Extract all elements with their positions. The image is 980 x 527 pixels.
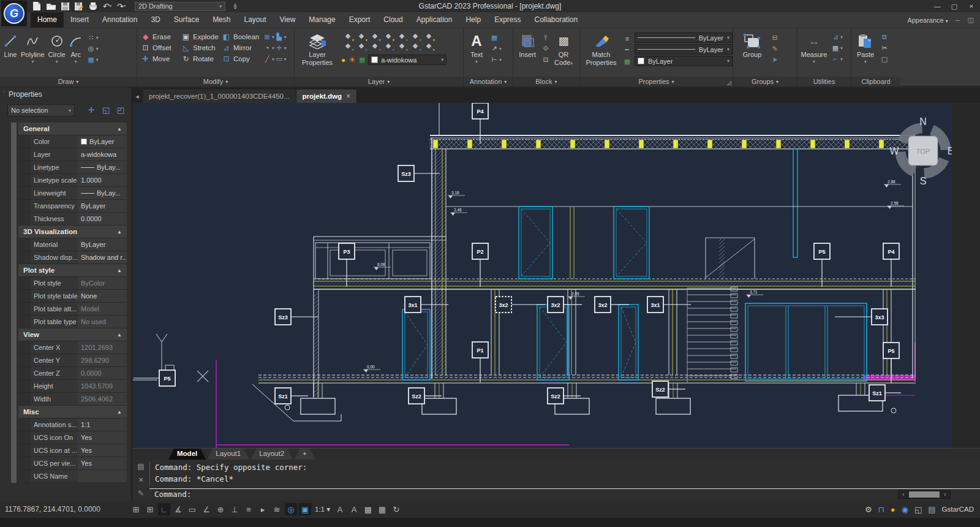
settings-gear-icon[interactable]: ⚙ bbox=[865, 505, 872, 514]
leader-icon[interactable]: ↗ bbox=[489, 44, 499, 53]
ortho-mode-icon[interactable]: ∟ bbox=[158, 503, 170, 515]
property-row[interactable]: Shadow disp...Shadow and r... bbox=[18, 251, 127, 264]
menu-tab-home[interactable]: Home bbox=[31, 12, 64, 28]
polyline-button[interactable]: Polyline▾ bbox=[21, 29, 45, 76]
isometric-drafting-icon[interactable]: ▭ bbox=[186, 503, 198, 515]
hatch-tools-icon[interactable]: ▦ bbox=[86, 55, 96, 64]
layer-previous-icon[interactable]: ◆● bbox=[368, 42, 382, 51]
property-value[interactable]: 0.0000 bbox=[78, 367, 127, 379]
layer-walk-icon[interactable]: ◆● bbox=[409, 42, 422, 51]
property-value[interactable]: ByColor bbox=[78, 277, 127, 289]
layer-on-bulb-icon[interactable]: ● bbox=[341, 56, 345, 64]
property-row[interactable]: TransparencyByLayer bbox=[18, 200, 127, 213]
property-value[interactable]: Model bbox=[78, 303, 127, 315]
document-tab[interactable]: projekt_recover(1)_1_000001403CDE4450... bbox=[143, 89, 296, 103]
block-define-icon[interactable]: ⊡ bbox=[541, 55, 551, 64]
property-row[interactable]: Plot style tableNone bbox=[18, 290, 127, 303]
property-value[interactable]: 1.0000 bbox=[78, 174, 127, 186]
panel-label-modify[interactable]: Modify▾ bbox=[137, 77, 294, 86]
layout-tab-layout2[interactable]: Layout2 bbox=[251, 449, 293, 460]
rectangle-tools-icon[interactable]: ▭ bbox=[274, 55, 284, 64]
section-header-misc[interactable]: Misc▲ bbox=[18, 406, 127, 419]
annotation-autoscale-icon[interactable]: A bbox=[334, 503, 346, 515]
panel-label-groups[interactable]: Groups▾ bbox=[733, 77, 797, 86]
property-row[interactable]: Thickness0.0000 bbox=[18, 213, 127, 226]
panel-label-properties[interactable]: Properties▾ bbox=[580, 77, 733, 86]
fillet-icon[interactable]: ◔ bbox=[262, 44, 272, 53]
block-edit-icon[interactable]: ⫯ bbox=[541, 33, 551, 42]
command-settings-icon[interactable]: ▤ bbox=[137, 462, 144, 471]
palette-scrollbar[interactable] bbox=[11, 123, 17, 483]
close-tab-icon[interactable]: × bbox=[346, 92, 350, 100]
align-icon[interactable]: ▙ bbox=[274, 32, 284, 42]
scroll-right-icon[interactable]: › bbox=[940, 491, 950, 498]
group-select-icon[interactable]: ➤ bbox=[770, 55, 780, 64]
viewcube-east[interactable]: E bbox=[948, 146, 952, 156]
panel-label-clipboard[interactable]: Clipboard bbox=[851, 77, 900, 86]
panel-label-layer[interactable]: Layer▾ bbox=[295, 77, 463, 86]
cut-clip-icon[interactable]: ✂ bbox=[880, 44, 889, 53]
line-button[interactable]: Line bbox=[4, 29, 17, 76]
select-all-icon[interactable]: ◰ bbox=[115, 104, 126, 115]
scrollbar-thumb[interactable] bbox=[909, 491, 940, 498]
table-icon[interactable]: ▦ bbox=[489, 33, 499, 42]
viewcube-top-face[interactable]: TOP bbox=[916, 148, 930, 155]
dimension-icon[interactable]: ⊢ bbox=[489, 55, 499, 64]
menu-tab-help[interactable]: Help bbox=[459, 12, 488, 28]
dynamic-ucs-icon[interactable]: ⊥ bbox=[228, 503, 241, 515]
lineweight-selector[interactable]: ByLayer▾ bbox=[635, 32, 733, 43]
property-row[interactable]: Layera-widokowa bbox=[18, 148, 127, 161]
property-value[interactable] bbox=[78, 470, 127, 482]
layout-tab-model[interactable]: Model bbox=[168, 449, 206, 460]
ui-lock-icon[interactable]: ⊓ bbox=[878, 505, 884, 514]
paste-button[interactable]: Paste▾ bbox=[854, 29, 876, 76]
erase-button[interactable]: ◆Erase bbox=[141, 31, 181, 42]
property-row[interactable]: Height1043.5709 bbox=[18, 380, 127, 393]
snap-tracking-icon[interactable]: ⊕ bbox=[214, 503, 227, 515]
menu-tab-cloud[interactable]: Cloud bbox=[377, 12, 409, 28]
plot-icon[interactable] bbox=[88, 1, 98, 11]
minimize-button[interactable]: — bbox=[929, 0, 946, 12]
id-point-icon[interactable]: ⊿ bbox=[831, 32, 840, 42]
property-row[interactable]: Center X1201.2693 bbox=[18, 341, 127, 354]
block-attr-icon[interactable]: ⟐ bbox=[541, 44, 551, 53]
annotation-scale-dropdown[interactable]: 1:1 ▾ bbox=[313, 505, 332, 514]
property-row[interactable]: Plot table att...Model bbox=[18, 303, 127, 316]
layer-lock-icon[interactable]: ◆● bbox=[382, 32, 395, 42]
property-row[interactable]: LineweightByLay... bbox=[18, 187, 127, 200]
layer-sun-icon[interactable]: ☀ bbox=[349, 55, 356, 64]
explode-button[interactable]: ▣Explode bbox=[181, 31, 222, 42]
property-row[interactable]: UCS Name bbox=[18, 470, 127, 483]
property-value[interactable]: 1201.2693 bbox=[78, 341, 127, 354]
panel-display-icon[interactable]: ◫ bbox=[968, 16, 974, 24]
undo-icon[interactable]: ↶ ▾ bbox=[102, 1, 112, 11]
qr-code-button[interactable]: ▩ QR Code▾ bbox=[552, 29, 575, 76]
close-button[interactable]: × bbox=[963, 0, 980, 12]
match-properties-button[interactable]: MatchProperties bbox=[583, 29, 619, 76]
property-value[interactable]: ByLayer bbox=[78, 238, 127, 251]
layer-selector[interactable]: a-widokowa ▾ bbox=[368, 55, 447, 65]
layer-match-icon[interactable]: ◆● bbox=[355, 42, 368, 51]
polar-tracking-icon[interactable]: ∡ bbox=[172, 503, 184, 515]
menu-tab-collaboration[interactable]: Collaboration bbox=[527, 12, 584, 28]
snap-mode-icon[interactable]: ⊞ bbox=[130, 503, 142, 515]
layer-on-all-icon[interactable]: ◆● bbox=[395, 32, 409, 42]
property-value[interactable]: ByLay... bbox=[78, 161, 127, 173]
property-value[interactable]: Yes bbox=[78, 457, 127, 469]
panel-label-utilities[interactable]: Utilities bbox=[797, 77, 851, 86]
menu-tab-application[interactable]: Application bbox=[410, 12, 459, 28]
quick-properties-icon[interactable]: ▦ bbox=[376, 503, 388, 515]
group-button[interactable]: Group bbox=[738, 29, 766, 76]
property-row[interactable]: UCS per vie...Yes bbox=[18, 457, 127, 470]
clean-screen-toggle-icon[interactable]: ◱ bbox=[914, 505, 922, 514]
boolean-button[interactable]: ◧Boolean bbox=[222, 31, 262, 42]
section-header-general[interactable]: General▲ bbox=[18, 123, 127, 135]
command-scrollbar[interactable]: ‹ › bbox=[898, 490, 951, 499]
color-selector[interactable]: ByLayer▾ bbox=[635, 56, 733, 66]
property-row[interactable]: MaterialByLayer bbox=[18, 238, 127, 251]
command-close-icon[interactable]: × bbox=[138, 475, 143, 485]
text-button[interactable]: A Text▾ bbox=[466, 29, 487, 76]
property-row[interactable]: UCS icon OnYes bbox=[18, 431, 127, 444]
property-value[interactable]: None bbox=[78, 290, 127, 302]
property-value[interactable]: 1:1 bbox=[78, 419, 127, 431]
